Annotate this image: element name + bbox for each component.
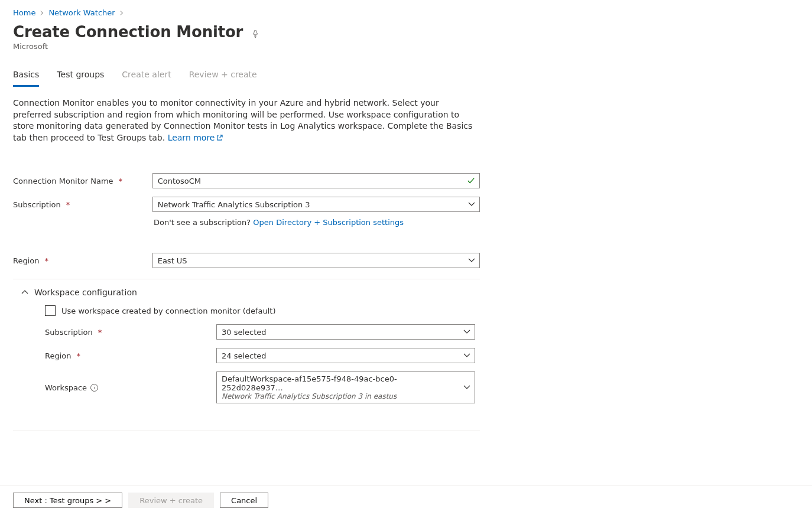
workspace-value: DefaultWorkspace-af15e575-f948-49ac-bce0… [222, 374, 458, 392]
info-icon[interactable]: i [90, 384, 98, 392]
section-divider [13, 431, 480, 431]
workspace-config-expander[interactable]: Workspace configuration [13, 279, 480, 297]
subscription-helper-text: Don't see a subscription? [154, 218, 251, 227]
region-label: Region [13, 256, 40, 265]
workspace-config-title: Workspace configuration [34, 288, 137, 297]
subscription-select[interactable]: Network Traffic Analytics Subscription 3 [152, 197, 480, 212]
breadcrumb-separator [119, 8, 124, 17]
required-indicator: * [119, 177, 123, 185]
page-title: Create Connection Monitor [13, 23, 243, 41]
ws-subscription-select[interactable]: 30 selected [216, 324, 475, 340]
ws-region-select[interactable]: 24 selected [216, 348, 475, 363]
learn-more-link[interactable]: Learn more [168, 133, 215, 142]
required-indicator: * [98, 328, 102, 337]
subscription-label: Subscription [13, 200, 61, 209]
subscription-value: Network Traffic Analytics Subscription 3 [158, 200, 310, 209]
breadcrumb-separator [40, 8, 44, 17]
breadcrumb-home[interactable]: Home [13, 8, 35, 17]
tab-create-alert: Create alert [122, 66, 171, 86]
connection-monitor-name-input[interactable] [152, 173, 480, 188]
ws-subscription-label: Subscription [45, 328, 93, 337]
description-text: Connection Monitor enables you to monito… [13, 97, 480, 144]
chevron-up-icon [21, 289, 28, 296]
ws-region-label: Region [45, 351, 72, 360]
pin-icon[interactable] [251, 30, 259, 38]
workspace-subtext: Network Traffic Analytics Subscription 3… [222, 392, 397, 400]
workspace-label: Workspace [45, 383, 87, 392]
breadcrumb: Home Network Watcher [13, 8, 799, 17]
tab-review-create: Review + create [189, 66, 257, 86]
external-link-icon [216, 133, 223, 139]
workspace-select[interactable]: DefaultWorkspace-af15e575-f948-49ac-bce0… [216, 371, 475, 403]
directory-subscription-settings-link[interactable]: Open Directory + Subscription settings [253, 218, 404, 227]
tab-test-groups[interactable]: Test groups [57, 66, 104, 86]
breadcrumb-network-watcher[interactable]: Network Watcher [48, 8, 115, 17]
required-indicator: * [45, 256, 49, 265]
tab-basics[interactable]: Basics [13, 66, 39, 87]
region-select[interactable]: East US [152, 253, 480, 268]
required-indicator: * [77, 351, 81, 360]
required-indicator: * [66, 200, 70, 209]
use-default-workspace-checkbox[interactable] [45, 305, 56, 316]
name-label: Connection Monitor Name [13, 177, 113, 185]
ws-subscription-value: 30 selected [222, 328, 267, 337]
tabs: Basics Test groups Create alert Review +… [13, 66, 799, 87]
valid-check-icon [467, 177, 475, 185]
ws-region-value: 24 selected [222, 351, 267, 360]
publisher-label: Microsoft [13, 42, 799, 51]
use-default-workspace-label: Use workspace created by connection moni… [61, 307, 276, 315]
region-value: East US [158, 256, 187, 265]
